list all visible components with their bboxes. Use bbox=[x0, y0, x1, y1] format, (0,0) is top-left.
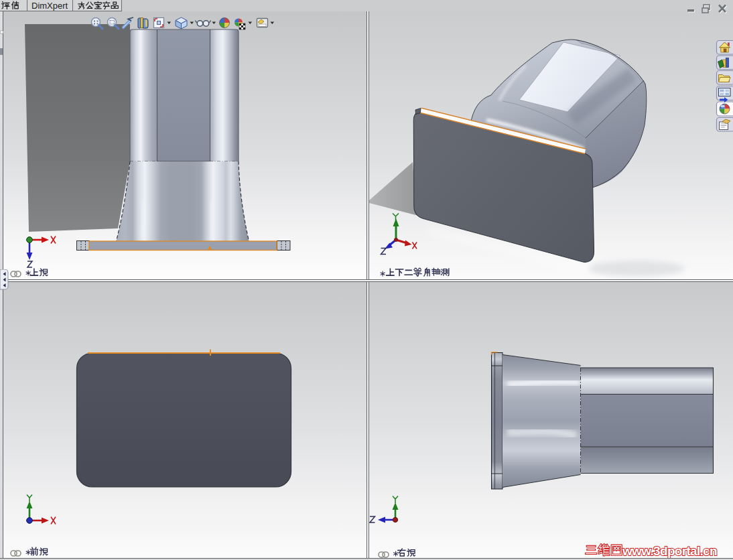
svg-text:DimXpert: DimXpert bbox=[31, 1, 68, 11]
svg-text:www.3dportal.cn: www.3dportal.cn bbox=[622, 544, 717, 558]
